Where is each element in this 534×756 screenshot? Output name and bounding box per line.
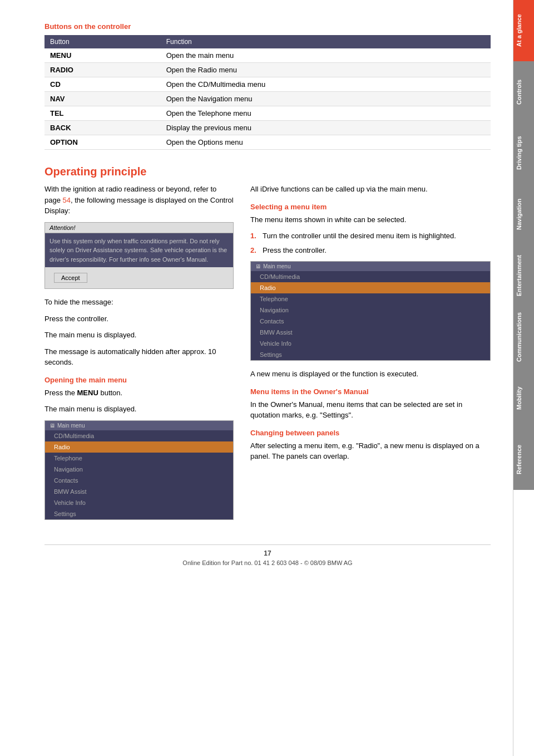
screen-title: Main menu	[57, 423, 85, 429]
right-screen-mockup: 🖥 Main menu CD/MultimediaRadioTelephoneN…	[250, 261, 491, 361]
page-number: 17	[44, 549, 491, 557]
step-text: Press the controller.	[263, 245, 327, 256]
buttons-table: Button Function MENUOpen the main menuRA…	[44, 35, 491, 150]
all-idrive-text: All iDrive functions can be called up vi…	[250, 184, 491, 195]
screen-item: Settings	[251, 349, 490, 360]
table-row: CDOpen the CD/Multimedia menu	[44, 77, 491, 92]
step-number: 1.	[250, 230, 259, 242]
sidebar-item-navigation[interactable]: Navigation	[513, 184, 535, 245]
sidebar-item-mobility[interactable]: Mobility	[513, 367, 535, 429]
screen-title-bar: 🖥 Main menu	[45, 421, 233, 430]
screen-item: Vehicle Info	[45, 497, 233, 508]
screen-item: Vehicle Info	[251, 338, 490, 349]
screen-item: Telephone	[251, 293, 490, 305]
press-controller-text: Press the controller.	[44, 313, 234, 325]
operating-principle-title: Operating principle	[44, 165, 491, 178]
button-function-cell: Open the Telephone menu	[161, 106, 491, 121]
menu-items-manual-text: In the Owner's Manual, menu items that c…	[250, 399, 491, 421]
screen-item: Settings	[45, 508, 233, 519]
screen-item: CD/Multimedia	[251, 271, 490, 282]
button-name-cell: NAV	[44, 92, 161, 106]
right-column: All iDrive functions can be called up vi…	[250, 184, 491, 528]
list-item: 2.Press the controller.	[250, 245, 491, 256]
screen-item: BMW Assist	[45, 486, 233, 497]
screen-item: Navigation	[251, 305, 490, 316]
sidebar-item-at-a-glance[interactable]: At a glance	[513, 0, 535, 61]
button-name-cell: OPTION	[44, 135, 161, 150]
sidebar-item-communications[interactable]: Communications	[513, 306, 535, 367]
press-menu-cont: button.	[98, 389, 122, 397]
attention-box: Attention! Use this system only when tra…	[44, 222, 234, 289]
table-row: MENUOpen the main menu	[44, 48, 491, 63]
button-function-cell: Display the previous menu	[161, 121, 491, 135]
button-name-cell: BACK	[44, 121, 161, 135]
screen-item: BMW Assist	[251, 327, 490, 338]
screen2-title-bar: 🖥 Main menu	[251, 262, 490, 271]
table-row: BACKDisplay the previous menu	[44, 121, 491, 135]
screen2-title: Main menu	[263, 263, 290, 269]
button-function-cell: Open the Options menu	[161, 135, 491, 150]
list-item: 1.Turn the controller until the desired …	[250, 230, 491, 242]
attention-header: Attention!	[45, 223, 233, 233]
button-name-cell: CD	[44, 77, 161, 92]
screen-item: Radio	[45, 441, 233, 453]
screen2-icon: 🖥	[255, 263, 261, 269]
col-function-header: Function	[161, 35, 491, 48]
screen-item: Navigation	[45, 464, 233, 475]
left-column: With the ignition at radio readiness or …	[44, 184, 234, 528]
menu-items-manual-heading: Menu items in the Owner's Manual	[250, 387, 491, 396]
selecting-intro-text: The menu items shown in white can be sel…	[250, 214, 491, 225]
table-row: RADIOOpen the Radio menu	[44, 63, 491, 77]
footer-copyright: Online Edition for Part no. 01 41 2 603 …	[44, 559, 491, 566]
after-select-text: A new menu is displayed or the function …	[250, 369, 491, 380]
selecting-heading: Selecting a menu item	[250, 203, 491, 211]
press-menu-text: Press the MENU button.	[44, 387, 234, 399]
screen-item: Telephone	[45, 453, 233, 464]
sidebar-item-driving-tips[interactable]: Driving tips	[513, 122, 535, 184]
changing-panels-text: After selecting a menu item, e.g. "Radio…	[250, 440, 491, 462]
col-button-header: Button	[44, 35, 161, 48]
accept-button[interactable]: Accept	[54, 273, 87, 283]
button-name-cell: TEL	[44, 106, 161, 121]
screen-item: CD/Multimedia	[45, 430, 233, 441]
right-screen-items: CD/MultimediaRadioTelephoneNavigationCon…	[251, 271, 490, 360]
open-main-menu-heading: Opening the main menu	[44, 376, 234, 384]
auto-hidden-text: The message is automatically hidden afte…	[44, 346, 234, 368]
buttons-section-title: Buttons on the controller	[44, 22, 491, 31]
button-function-cell: Open the main menu	[161, 48, 491, 63]
main-menu-displayed2-text: The main menu is displayed.	[44, 404, 234, 415]
page-ref-link[interactable]: 54	[63, 196, 71, 204]
intro-text: With the ignition at radio readiness or …	[44, 184, 234, 217]
sidebar-item-reference[interactable]: Reference	[513, 429, 535, 490]
screen-item: Radio	[251, 282, 490, 293]
screen-item: Contacts	[251, 316, 490, 327]
numbered-steps-list: 1.Turn the controller until the desired …	[250, 230, 491, 256]
button-name-cell: MENU	[44, 48, 161, 63]
step-number: 2.	[250, 245, 259, 256]
button-function-cell: Open the Radio menu	[161, 63, 491, 77]
button-function-cell: Open the Navigation menu	[161, 92, 491, 106]
sidebar-item-controls[interactable]: Controls	[513, 61, 535, 122]
button-name-cell: RADIO	[44, 63, 161, 77]
intro-part2: , the following message is displayed on …	[44, 196, 234, 215]
table-row: NAVOpen the Navigation menu	[44, 92, 491, 106]
button-function-cell: Open the CD/Multimedia menu	[161, 77, 491, 92]
sidebar: At a glance Controls Driving tips Naviga…	[513, 0, 534, 756]
sidebar-item-entertainment[interactable]: Entertainment	[513, 245, 535, 306]
table-row: TELOpen the Telephone menu	[44, 106, 491, 121]
page-footer: 17 Online Edition for Part no. 01 41 2 6…	[44, 544, 491, 566]
attention-footer: Accept	[45, 267, 233, 288]
to-hide-text: To hide the message:	[44, 297, 234, 308]
attention-body: Use this system only when traffic condit…	[45, 233, 233, 268]
menu-label: MENU	[77, 389, 98, 397]
table-row: OPTIONOpen the Options menu	[44, 135, 491, 150]
main-menu-displayed-text: The main menu is displayed.	[44, 330, 234, 341]
screen-icon: 🖥	[50, 423, 55, 429]
press-menu-part1: Press the	[44, 389, 77, 397]
left-screen-items: CD/MultimediaRadioTelephoneNavigationCon…	[45, 430, 233, 519]
left-screen-mockup: 🖥 Main menu CD/MultimediaRadioTelephoneN…	[44, 420, 234, 520]
changing-panels-heading: Changing between panels	[250, 429, 491, 437]
screen-item: Contacts	[45, 475, 233, 486]
step-text: Turn the controller until the desired me…	[263, 230, 456, 242]
